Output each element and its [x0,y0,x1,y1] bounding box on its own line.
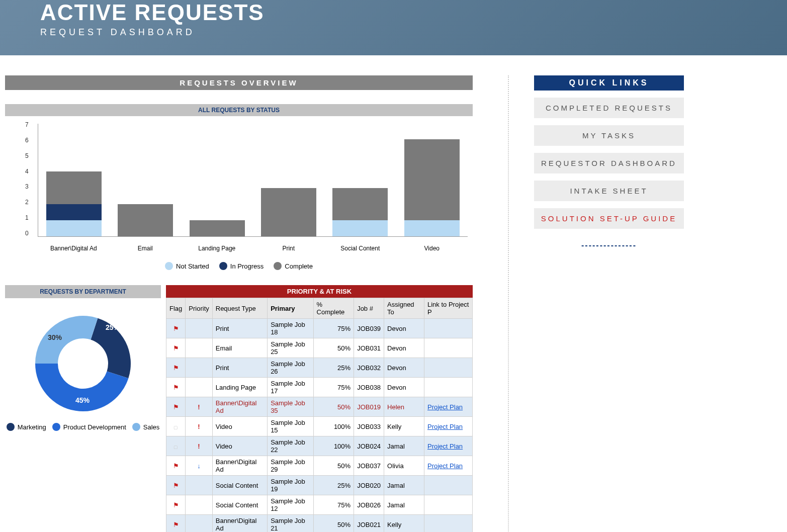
priority-icon [186,319,212,338]
cell-assigned: Jamal [384,436,424,456]
cell-primary: Sample Job 19 [268,476,313,495]
cell-pct: 75% [313,378,354,397]
column-header[interactable]: % Complete [313,298,354,319]
dept-donut-chart: 25% 45% 30% [18,308,148,419]
priority-icon [186,495,212,515]
cell-job: JOB021 [354,515,384,533]
table-row[interactable]: ⚑PrintSample Job 2625%JOB032Devon [166,358,473,378]
cell-pct: 50% [313,515,354,533]
cell-job: JOB032 [354,358,384,378]
cell-assigned: Kelly [384,515,424,533]
quick-link-button[interactable]: MY TASKS [534,125,684,146]
cell-type: Banner\Digital Ad [212,515,267,533]
cell-assigned: Olivia [384,456,424,476]
column-header[interactable]: Primary [268,298,313,319]
quick-link-button[interactable]: COMPLETED REQUESTS [534,98,684,118]
project-plan-link [424,358,473,378]
flag-icon[interactable]: ⚑ [166,338,186,358]
donut-label-45: 45% [75,396,90,404]
cell-primary: Sample Job 29 [268,456,313,476]
cell-job: JOB019 [354,397,384,417]
cell-job: JOB024 [354,436,384,456]
project-plan-link [424,338,473,358]
cell-pct: 75% [313,319,354,338]
priority-icon [186,515,212,533]
cell-type: Email [212,338,267,358]
table-row[interactable]: ▢!VideoSample Job 22100%JOB024JamalProje… [166,436,473,456]
cell-type: Print [212,358,267,378]
cell-type: Social Content [212,495,267,515]
priority-icon [186,378,212,397]
project-plan-link[interactable]: Project Plan [424,436,473,456]
cell-job: JOB033 [354,417,384,436]
project-plan-link [424,378,473,397]
status-bar-chart: 01234567 Banner\Digital AdEmailLanding P… [5,121,473,252]
cell-type: Video [212,436,267,456]
cell-primary: Sample Job 18 [268,319,313,338]
quick-links-header: QUICK LINKS [534,75,684,91]
table-row[interactable]: ⚑Landing PageSample Job 1775%JOB038Devon [166,378,473,397]
column-header[interactable]: Assigned To [384,298,424,319]
table-row[interactable]: ⚑Banner\Digital AdSample Job 2150%JOB021… [166,515,473,533]
priority-icon: ! [186,397,212,417]
table-row[interactable]: ⚑!Banner\Digital AdSample Job 3550%JOB01… [166,397,473,417]
cell-type: Print [212,319,267,338]
quick-link-button[interactable]: SOLUTION SET-UP GUIDE [534,208,684,229]
project-plan-link[interactable]: Project Plan [424,456,473,476]
donut-label-25: 25% [106,323,120,331]
column-header[interactable]: Request Type [212,298,267,319]
quick-link-button[interactable]: INTAKE SHEET [534,181,684,201]
priority-table: FlagPriorityRequest TypePrimary% Complet… [166,298,473,532]
dept-legend: MarketingProduct DevelopmentSales [5,423,161,431]
cell-job: JOB026 [354,495,384,515]
column-header[interactable]: Job # [354,298,384,319]
project-plan-link[interactable]: Project Plan [424,397,473,417]
cell-type: Landing Page [212,378,267,397]
flag-icon[interactable]: ⚑ [166,476,186,495]
flag-off-icon[interactable]: ▢ [166,436,186,456]
project-plan-link[interactable]: Project Plan [424,417,473,436]
cell-primary: Sample Job 21 [268,515,313,533]
table-row[interactable]: ⚑↓Banner\Digital AdSample Job 2950%JOB03… [166,456,473,476]
priority-icon [186,476,212,495]
table-row[interactable]: ⚑PrintSample Job 1875%JOB039Devon [166,319,473,338]
dept-legend-item: Sales [132,423,160,431]
column-header[interactable]: Link to Project P [424,298,473,319]
cell-assigned: Devon [384,338,424,358]
priority-icon: ! [186,417,212,436]
column-header[interactable]: Priority [186,298,212,319]
cell-primary: Sample Job 15 [268,417,313,436]
column-header[interactable]: Flag [166,298,186,319]
priority-icon: ! [186,436,212,456]
cell-primary: Sample Job 25 [268,338,313,358]
quick-link-button[interactable]: REQUESTOR DASHBOARD [534,153,684,173]
ql-separator: --------------- [534,241,684,250]
flag-icon[interactable]: ⚑ [166,515,186,533]
flag-icon[interactable]: ⚑ [166,495,186,515]
table-row[interactable]: ⚑EmailSample Job 2550%JOB031Devon [166,338,473,358]
project-plan-link [424,319,473,338]
legend-item: In Progress [219,262,264,270]
page-banner: ACTIVE REQUESTS REQUEST DASHBOARD [0,0,787,55]
table-row[interactable]: ⚑Social ContentSample Job 1275%JOB026Jam… [166,495,473,515]
dept-header: REQUESTS BY DEPARTMENT [5,285,161,298]
flag-icon[interactable]: ⚑ [166,319,186,338]
cell-primary: Sample Job 17 [268,378,313,397]
dept-legend-item: Marketing [7,423,46,431]
cell-pct: 25% [313,476,354,495]
cell-type: Banner\Digital Ad [212,397,267,417]
cell-assigned: Devon [384,378,424,397]
cell-assigned: Kelly [384,417,424,436]
status-header: ALL REQUESTS BY STATUS [5,104,473,116]
table-row[interactable]: ⚑Social ContentSample Job 1925%JOB020Jam… [166,476,473,495]
cell-pct: 100% [313,436,354,456]
cell-pct: 75% [313,495,354,515]
cell-primary: Sample Job 12 [268,495,313,515]
flag-off-icon[interactable]: ▢ [166,417,186,436]
flag-icon[interactable]: ⚑ [166,456,186,476]
cell-pct: 25% [313,358,354,378]
table-row[interactable]: ▢!VideoSample Job 15100%JOB033KellyProje… [166,417,473,436]
flag-icon[interactable]: ⚑ [166,378,186,397]
flag-icon[interactable]: ⚑ [166,358,186,378]
flag-icon[interactable]: ⚑ [166,397,186,417]
